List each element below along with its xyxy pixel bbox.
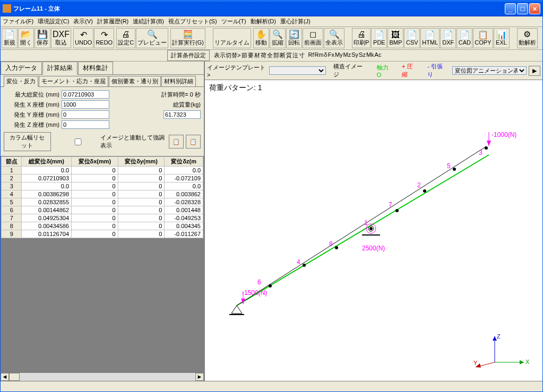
toolbar-設定C[interactable]: 🖨設定C bbox=[116, 28, 135, 48]
toolbar-DXF[interactable]: 📄DXF bbox=[440, 28, 456, 48]
y-coord-field[interactable] bbox=[62, 110, 109, 119]
table-row[interactable]: 40.00386298000.003862 bbox=[2, 190, 203, 198]
calc-settings-button[interactable]: 計算条件設定 bbox=[167, 50, 210, 61]
tab-results[interactable]: 計算結果 bbox=[42, 62, 77, 75]
grid-header[interactable]: 変位δy(mm) bbox=[118, 157, 165, 167]
toolbar-回転[interactable]: 🔄回転 bbox=[286, 28, 302, 48]
copy2-button[interactable]: 📋 bbox=[186, 135, 201, 149]
menu-env[interactable]: 環境設定(C) bbox=[38, 18, 69, 25]
grid-header[interactable]: 節点 bbox=[2, 157, 22, 167]
scroll-right-icon[interactable]: ► bbox=[195, 373, 204, 381]
subbtn-My[interactable]: My bbox=[335, 51, 343, 59]
toolbar-新規[interactable]: 📄新規 bbox=[2, 28, 18, 48]
table-row[interactable]: 50.0283285500-0.028328 bbox=[2, 198, 203, 206]
minimize-button[interactable]: _ bbox=[505, 3, 516, 14]
subbtn-Sz[interactable]: Sz bbox=[359, 51, 366, 59]
toolbar-CSV[interactable]: 📄CSV bbox=[404, 28, 420, 48]
subbtn-要[interactable]: 要 bbox=[248, 51, 254, 59]
subbtn-寸[interactable]: 寸 bbox=[299, 51, 305, 59]
table-row[interactable]: 90.0112670400-0.011267 bbox=[2, 230, 203, 238]
canvas[interactable]: 荷重パターン: 1 bbox=[205, 80, 542, 381]
toolbar-保存[interactable]: 💾保存 bbox=[35, 28, 50, 48]
play-button[interactable]: ▶ bbox=[529, 66, 540, 76]
subtab-elem[interactable]: 個別要素・通り別 bbox=[109, 76, 161, 86]
imgtpl-select[interactable] bbox=[269, 66, 326, 75]
tab-input[interactable]: 入力データ bbox=[1, 62, 42, 74]
link-highlight-checkbox[interactable] bbox=[58, 138, 98, 145]
toolbar-開く[interactable]: 📂開く bbox=[18, 28, 34, 48]
subbtn-δ[interactable]: δ bbox=[324, 51, 327, 59]
grid-header[interactable]: 変位δx(mm) bbox=[72, 157, 118, 167]
grid-header[interactable]: 総変位δ(mm) bbox=[22, 157, 72, 167]
subbtn-部[interactable]: 部 bbox=[273, 51, 279, 59]
x-coord-field[interactable] bbox=[62, 100, 109, 109]
menu-cog[interactable]: 重心計算(J) bbox=[280, 18, 311, 25]
subbtn-節[interactable]: 節 bbox=[242, 51, 247, 59]
subbtn-全[interactable]: 全 bbox=[267, 51, 273, 59]
subbtn-断[interactable]: 断 bbox=[280, 51, 286, 59]
subbtn-Rm[interactable]: Rm bbox=[314, 51, 323, 59]
max-disp-field[interactable] bbox=[62, 90, 109, 99]
subbtn-Ac[interactable]: Ac bbox=[375, 51, 382, 59]
table-row[interactable]: 80.00434586000.004345 bbox=[2, 222, 203, 230]
subbtn-荷[interactable]: 荷 bbox=[261, 51, 266, 59]
toolbar-プレビュー[interactable]: 🔍プレビュー bbox=[136, 28, 168, 48]
grid-header[interactable]: 変位δz(m bbox=[165, 157, 203, 167]
maximize-button[interactable]: □ bbox=[517, 3, 528, 14]
toolbar-前画面[interactable]: ◻前画面 bbox=[303, 28, 323, 48]
toolbar-UNDO[interactable]: ↶UNDO bbox=[73, 28, 93, 48]
toolbar-印刷P[interactable]: 🖨印刷P bbox=[352, 28, 370, 48]
menu-view[interactable]: 表示(V) bbox=[73, 18, 93, 25]
toolbar-移動[interactable]: ✋移動 bbox=[253, 28, 269, 48]
toolbar-リアルタイム[interactable]: リアルタイム bbox=[213, 28, 251, 48]
subbtn-Fx[interactable]: Fx bbox=[328, 51, 334, 59]
menu-history[interactable]: 計算履歴(R) bbox=[97, 18, 128, 25]
menu-tool[interactable]: ツール(T) bbox=[221, 18, 246, 25]
table-row[interactable]: 60.00144862000.001448 bbox=[2, 206, 203, 214]
toolbar-EXL[interactable]: 📊EXL bbox=[494, 28, 510, 48]
toolbar-取込[interactable]: DXF取込 bbox=[51, 28, 71, 48]
subtab-mat[interactable]: 材料別詳細 bbox=[161, 76, 196, 86]
table-row[interactable]: 10.0000.0 bbox=[2, 167, 203, 175]
subbtn-材[interactable]: 材 bbox=[254, 51, 260, 59]
toolbar-動解析[interactable]: ⚙動解析 bbox=[517, 28, 538, 48]
results-grid[interactable]: 節点総変位δ(mm)変位δx(mm)変位δy(mm)変位δz(m10.0000.… bbox=[1, 156, 204, 239]
copy1-button[interactable]: 📋 bbox=[169, 135, 184, 149]
table-row[interactable]: 20.0721090300-0.072109 bbox=[2, 175, 203, 182]
table-row[interactable]: 30.0000.0 bbox=[2, 182, 203, 190]
subbtn-[interactable] bbox=[305, 51, 307, 59]
close-button[interactable]: × bbox=[529, 3, 540, 14]
svg-marker-2 bbox=[231, 306, 242, 313]
mass-field[interactable] bbox=[163, 110, 201, 119]
svg-point-13 bbox=[395, 209, 399, 212]
z-coord-field[interactable] bbox=[62, 120, 109, 129]
toolbar-拡縮[interactable]: 🔍拡縮 bbox=[270, 28, 286, 48]
column-reset-button[interactable]: カラム幅リセット bbox=[4, 132, 51, 151]
toolbar-計算実行(G)[interactable]: 🧮計算実行(G) bbox=[170, 28, 205, 48]
subbtn-Mk[interactable]: Mk bbox=[366, 51, 374, 59]
toolbar-CAD[interactable]: 📄CAD bbox=[456, 28, 472, 48]
menu-viewpreset[interactable]: 視点プリセット(S) bbox=[168, 18, 217, 25]
menu-file[interactable]: ファイル(F) bbox=[3, 18, 33, 25]
subbtn-注[interactable]: 注 bbox=[292, 51, 298, 59]
scroll-left-icon[interactable]: ◄ bbox=[1, 373, 9, 381]
toolbar-REDO[interactable]: ↷REDO bbox=[94, 28, 114, 48]
subtab-moment[interactable]: モーメント・応力・座屈 bbox=[39, 76, 108, 86]
subbtn-Sy[interactable]: Sy bbox=[351, 51, 358, 59]
titlebar: フレーム11 - 立体 _ □ × bbox=[1, 1, 542, 16]
toolbar-HTML[interactable]: 📄HTML bbox=[420, 28, 439, 48]
subbtn-質[interactable]: 質 bbox=[286, 51, 292, 59]
subbtn-Rf[interactable]: Rf bbox=[308, 51, 314, 59]
anim-select[interactable]: 変位図アニメーション表示 bbox=[452, 66, 527, 75]
menu-dynamic[interactable]: 動解析(D) bbox=[251, 18, 276, 25]
toolbar-COPY[interactable]: 📋COPY bbox=[473, 28, 493, 48]
h-scrollbar[interactable]: ◄ ► bbox=[1, 372, 204, 381]
table-row[interactable]: 70.0492530400-0.049253 bbox=[2, 214, 203, 222]
toolbar-全表示[interactable]: 🔍全表示 bbox=[324, 28, 344, 48]
toolbar-PDE[interactable]: 📄PDE bbox=[371, 28, 387, 48]
toolbar-BMP[interactable]: 🖼BMP bbox=[387, 28, 403, 48]
menu-continuous[interactable]: 連続計算(B) bbox=[133, 18, 164, 25]
subtab-disp[interactable]: 変位・反力 bbox=[4, 76, 38, 87]
tab-materials[interactable]: 材料集計 bbox=[78, 62, 113, 74]
subbtn-Mz[interactable]: Mz bbox=[343, 51, 351, 59]
